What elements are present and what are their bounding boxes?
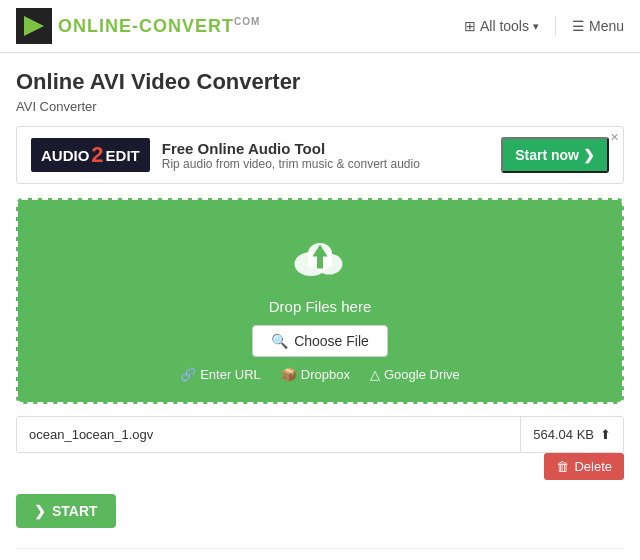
drop-zone[interactable]: Drop Files here 🔍 Choose File 🔗 Enter UR… — [16, 198, 624, 404]
ad-logo-text2: EDIT — [106, 147, 140, 164]
ad-close-button[interactable]: ✕ — [610, 131, 619, 144]
page-title: Online AVI Video Converter — [16, 69, 624, 95]
ad-headline: Free Online Audio Tool — [162, 140, 420, 157]
drop-files-label: Drop Files here — [269, 298, 372, 315]
enter-url-label: Enter URL — [200, 367, 261, 382]
page-subtitle: AVI Converter — [16, 99, 624, 114]
ad-cta-arrow: ❯ — [583, 147, 595, 163]
header-right: ⊞ All tools ▾ ☰ Menu — [464, 16, 624, 36]
upload-cloud-icon — [290, 228, 350, 288]
header-divider — [555, 16, 556, 36]
ad-cta-button[interactable]: Start now ❯ — [501, 137, 609, 173]
ad-subtext: Rip audio from video, trim music & conve… — [162, 157, 420, 171]
dropbox-icon: 📦 — [281, 367, 297, 382]
file-row: ocean_1ocean_1.ogv 564.04 KB ⬆ — [16, 416, 624, 453]
file-name: ocean_1ocean_1.ogv — [17, 417, 521, 452]
start-label: START — [52, 503, 98, 519]
gdrive-link[interactable]: △ Google Drive — [370, 367, 460, 382]
site-logo-icon — [16, 8, 52, 44]
all-tools-label: All tools — [480, 18, 529, 34]
site-logo-text: ONLINE-CONVERTCOM — [58, 16, 260, 37]
choose-file-label: Choose File — [294, 333, 369, 349]
start-button[interactable]: ❯ START — [16, 494, 116, 528]
search-icon: 🔍 — [271, 333, 288, 349]
ad-logo-num: 2 — [91, 144, 103, 166]
ad-logo: AUDIO 2 EDIT — [31, 138, 150, 172]
choose-file-button[interactable]: 🔍 Choose File — [252, 325, 388, 357]
ad-text-block: Free Online Audio Tool Rip audio from vi… — [162, 140, 420, 171]
grid-icon: ⊞ — [464, 18, 476, 34]
hamburger-icon: ☰ — [572, 18, 585, 34]
dropbox-label: Dropbox — [301, 367, 350, 382]
upload-small-icon: ⬆ — [600, 427, 611, 442]
enter-url-link[interactable]: 🔗 Enter URL — [180, 367, 261, 382]
optional-settings: ⚙ Optional Settings Choose a Preset: no … — [16, 548, 624, 560]
source-links: 🔗 Enter URL 📦 Dropbox △ Google Drive — [180, 367, 460, 382]
menu-button[interactable]: ☰ Menu — [572, 18, 624, 34]
delete-button[interactable]: 🗑 Delete — [544, 453, 624, 480]
all-tools-button[interactable]: ⊞ All tools ▾ — [464, 18, 539, 34]
ad-banner: AUDIO 2 EDIT Free Online Audio Tool Rip … — [16, 126, 624, 184]
menu-label: Menu — [589, 18, 624, 34]
delete-label: Delete — [574, 459, 612, 474]
logo-area: ONLINE-CONVERTCOM — [16, 8, 260, 44]
chevron-right-icon: ❯ — [34, 503, 46, 519]
chevron-down-icon: ▾ — [533, 20, 539, 33]
page-content: Online AVI Video Converter AVI Converter… — [0, 53, 640, 560]
ad-cta-label: Start now — [515, 147, 579, 163]
logo-com: COM — [234, 16, 260, 27]
ad-left: AUDIO 2 EDIT Free Online Audio Tool Rip … — [31, 138, 420, 172]
header: ONLINE-CONVERTCOM ⊞ All tools ▾ ☰ Menu — [0, 0, 640, 53]
dropbox-link[interactable]: 📦 Dropbox — [281, 367, 350, 382]
delete-row: 🗑 Delete — [16, 453, 624, 480]
logo-name: ONLINE-CONVERT — [58, 16, 234, 36]
ad-logo-text1: AUDIO — [41, 147, 89, 164]
trash-icon: 🗑 — [556, 459, 569, 474]
gdrive-icon: △ — [370, 367, 380, 382]
gdrive-label: Google Drive — [384, 367, 460, 382]
link-icon: 🔗 — [180, 367, 196, 382]
file-size: 564.04 KB ⬆ — [521, 417, 623, 452]
file-size-value: 564.04 KB — [533, 427, 594, 442]
